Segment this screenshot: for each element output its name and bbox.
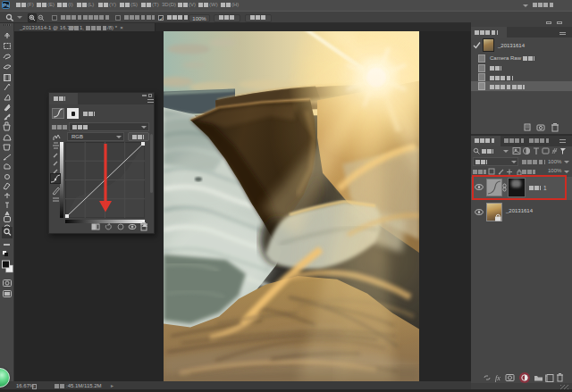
svg-text:fx: fx bbox=[495, 374, 500, 382]
